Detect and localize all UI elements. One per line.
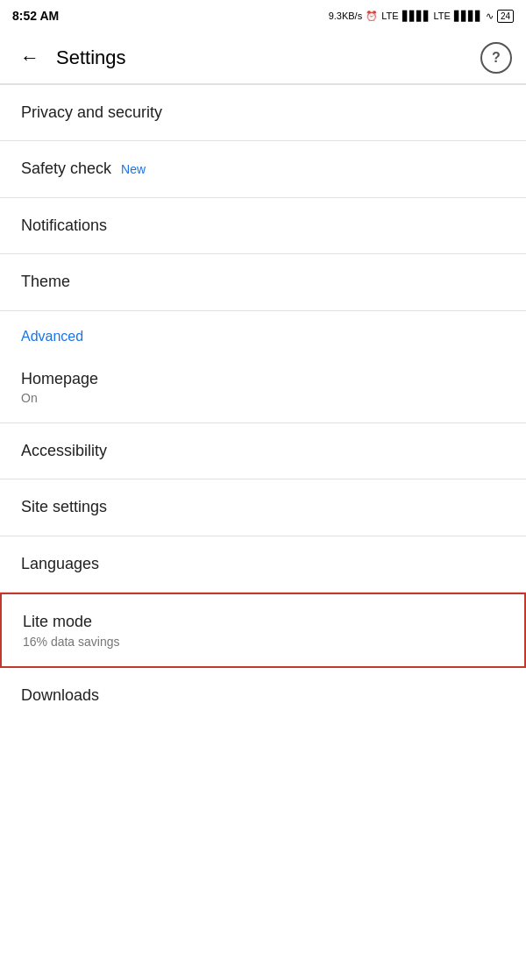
accessibility-label: Accessibility [21, 442, 107, 459]
privacy-security-label: Privacy and security [21, 103, 162, 121]
sidebar-item-theme[interactable]: Theme [0, 254, 526, 310]
homepage-subtitle: On [21, 391, 505, 405]
page-title: Settings [56, 46, 480, 69]
lte-icon: LTE [381, 11, 398, 21]
toolbar: ← Settings ? [0, 32, 526, 84]
sidebar-item-homepage[interactable]: Homepage On [0, 352, 526, 423]
languages-label: Languages [21, 555, 99, 572]
downloads-label: Downloads [21, 686, 99, 704]
back-arrow-icon: ← [20, 48, 39, 67]
lite-mode-wrapper: Lite mode 16% data savings [0, 593, 526, 667]
sidebar-item-notifications[interactable]: Notifications [0, 198, 526, 254]
status-icons: 9.3KB/s ⏰ LTE ▋▋▋▋ LTE ▋▋▋▋ ∿ 24 [329, 10, 514, 23]
sidebar-item-privacy-security[interactable]: Privacy and security [0, 85, 526, 141]
signal-bars-2: ▋▋▋▋ [454, 11, 482, 22]
status-time: 8:52 AM [12, 9, 59, 23]
sidebar-item-languages[interactable]: Languages [0, 536, 526, 593]
safety-check-label: Safety check New [21, 160, 146, 177]
back-button[interactable]: ← [14, 42, 46, 74]
network-speed: 9.3KB/s [329, 11, 363, 21]
sidebar-item-downloads[interactable]: Downloads [0, 668, 526, 723]
sidebar-item-lite-mode[interactable]: Lite mode 16% data savings [2, 594, 524, 665]
advanced-section-header: Advanced [0, 311, 526, 352]
sidebar-item-site-settings[interactable]: Site settings [0, 479, 526, 536]
signal-bars-1: ▋▋▋▋ [402, 11, 430, 22]
lite-mode-subtitle: 16% data savings [23, 635, 503, 649]
advanced-label: Advanced [21, 329, 83, 344]
lite-mode-label: Lite mode [23, 612, 503, 632]
site-settings-label: Site settings [21, 498, 107, 515]
notifications-label: Notifications [21, 217, 107, 234]
lte2-icon: LTE [434, 11, 451, 21]
homepage-label: Homepage [21, 369, 505, 389]
sidebar-item-safety-check[interactable]: Safety check New [0, 141, 526, 197]
alarm-icon: ⏰ [366, 11, 378, 22]
new-badge: New [121, 162, 146, 176]
battery-icon: 24 [497, 10, 514, 23]
help-button[interactable]: ? [480, 42, 512, 74]
help-icon: ? [492, 50, 501, 66]
theme-label: Theme [21, 273, 70, 290]
sidebar-item-accessibility[interactable]: Accessibility [0, 423, 526, 479]
status-bar: 8:52 AM 9.3KB/s ⏰ LTE ▋▋▋▋ LTE ▋▋▋▋ ∿ 24 [0, 0, 526, 32]
wifi-icon: ∿ [486, 11, 494, 22]
settings-list: Privacy and security Safety check New No… [0, 85, 526, 723]
